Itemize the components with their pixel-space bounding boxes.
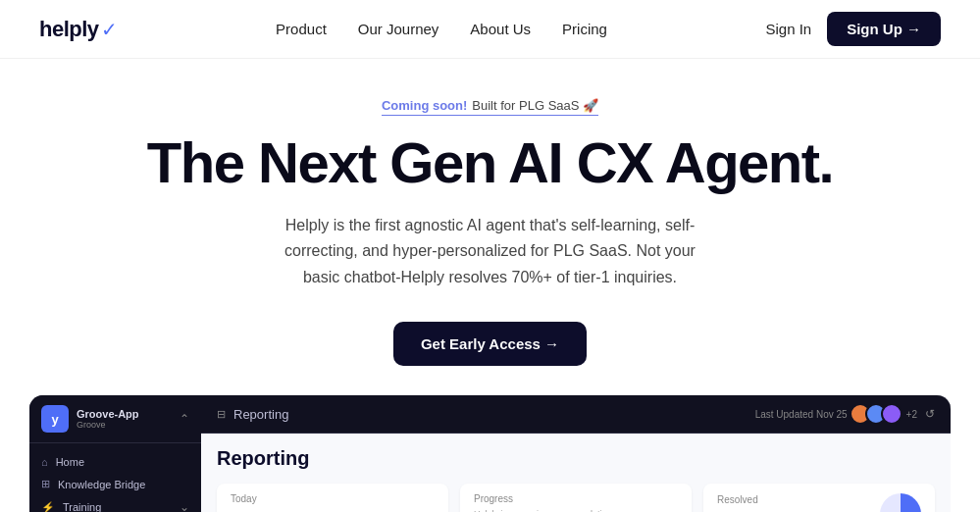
topbar-left: ⊟ Reporting [217,407,288,422]
sidebar-app-info: Groove-App Groove [77,408,139,430]
hero-title: The Next Gen AI CX Agent. [147,133,833,193]
sidebar-app-name: Groove-App [77,408,139,420]
sign-up-button[interactable]: Sign Up → [827,12,941,46]
progress-desc: Helply is averaging more resolutions a..… [474,508,678,512]
cta-button[interactable]: Get Early Access → [393,322,587,366]
resolved-donut-chart [880,493,921,512]
nav-right: Sign In Sign Up → [765,12,941,46]
logo-text: helply [39,17,99,42]
sidebar-app-icon: y [41,405,69,433]
sidebar-home-label: Home [56,456,84,468]
coming-soon-text: Coming soon! [382,98,467,113]
resolved-label: Resolved [717,494,870,505]
sidebar-item-knowledge-bridge[interactable]: ⊞ Knowledge Bridge [29,473,201,495]
stat-resolved: Resolved 146/216 [703,484,935,512]
topbar-title: Reporting [233,407,288,422]
main-content: ⊟ Reporting Last Updated Nov 25 +2 ↺ Rep… [201,395,951,512]
nav-product[interactable]: Product [276,21,327,37]
hero-description: Helply is the first agnostic AI agent th… [265,213,716,290]
nav-links: Product Our Journey About Us Pricing [276,21,607,37]
home-icon: ⌂ [41,456,48,468]
sidebar-logo-area: y Groove-App Groove [41,405,139,433]
sidebar-item-training[interactable]: ⚡ Training ⌄ [29,495,201,512]
navbar: helply✓ Product Our Journey About Us Pri… [0,0,980,59]
reporting-title: Reporting [217,447,935,470]
training-label-group: ⚡ Training [41,501,101,512]
sidebar-nav: ⌂ Home ⊞ Knowledge Bridge ⚡ Training ⌄ G… [29,443,201,512]
sidebar-item-home[interactable]: ⌂ Home [29,451,201,473]
logo-check-icon: ✓ [101,18,118,41]
nav-pricing[interactable]: Pricing [562,21,607,37]
sign-in-link[interactable]: Sign In [765,21,811,37]
sidebar-knowledge-label: Knowledge Bridge [58,479,145,490]
dashboard-preview: y Groove-App Groove ⌃ ⌂ Home ⊞ Knowledge… [29,395,951,512]
sidebar-app-sub: Groove [77,420,139,430]
coming-soon-badge: Coming soon! Built for PLG SaaS 🚀 [382,98,598,116]
last-updated-text: Last Updated Nov 25 [755,409,848,420]
training-chevron-icon: ⌄ [180,500,189,512]
resolved-info: Resolved 146/216 [717,494,870,512]
badge-rest-text: Built for PLG SaaS 🚀 [472,98,598,113]
nav-our-journey[interactable]: Our Journey [358,21,439,37]
progress-label: Progress [474,493,678,504]
nav-about-us[interactable]: About Us [470,21,531,37]
refresh-icon[interactable]: ↺ [925,407,935,421]
hero-section: Coming soon! Built for PLG SaaS 🚀 The Ne… [0,59,980,395]
main-topbar: ⊟ Reporting Last Updated Nov 25 +2 ↺ [201,395,951,434]
sidebar-training-label: Training [63,501,101,512]
resolved-value: 146/216 [717,509,870,512]
training-icon: ⚡ [41,501,55,512]
today-label: Today [231,493,435,504]
logo: helply✓ [39,17,118,42]
avatar-group: +2 [855,403,917,425]
topbar-right: Last Updated Nov 25 +2 ↺ [755,403,935,425]
avatar-3 [881,403,903,425]
main-body: Reporting Today 67.5% Progress Helply is… [201,434,951,512]
sidebar-chevron-icon: ⌃ [180,412,189,426]
today-value: 67.5% [231,508,435,512]
avatar-plus-count: +2 [906,409,917,420]
stat-progress: Progress Helply is averaging more resolu… [460,484,692,512]
reporting-icon: ⊟ [217,408,226,421]
sidebar-header: y Groove-App Groove ⌃ [29,395,201,443]
stats-row: Today 67.5% Progress Helply is averaging… [217,484,935,512]
stat-today: Today 67.5% [217,484,448,512]
sidebar: y Groove-App Groove ⌃ ⌂ Home ⊞ Knowledge… [29,395,201,512]
knowledge-bridge-icon: ⊞ [41,478,50,490]
